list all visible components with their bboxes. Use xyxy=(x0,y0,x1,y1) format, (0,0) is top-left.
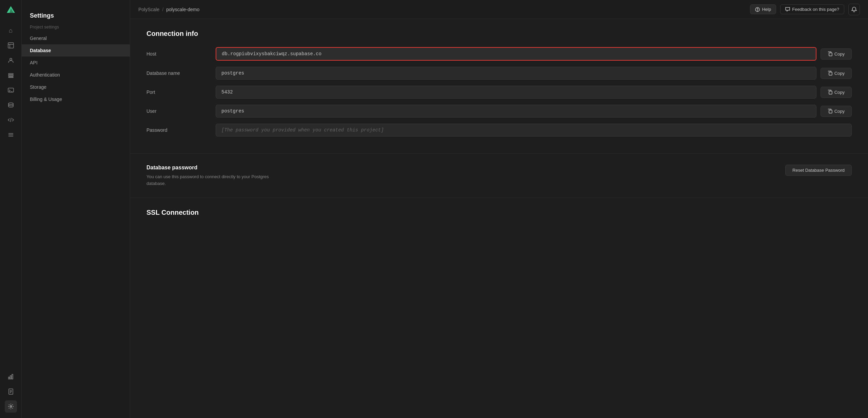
breadcrumb-parent[interactable]: PolyScale xyxy=(138,7,159,12)
database-password-section: Database password You can use this passw… xyxy=(130,154,868,198)
port-value-wrap: 5432 Copy xyxy=(216,86,852,99)
rail-icon-database[interactable] xyxy=(5,99,17,111)
database-name-label: Database name xyxy=(146,70,208,76)
copy-icon-4 xyxy=(828,109,832,113)
svg-rect-9 xyxy=(8,88,14,92)
host-input: db.rogpiubvixysbakciwqz.supabase.co xyxy=(216,47,816,61)
database-password-description: You can use this password to connect dir… xyxy=(146,173,269,187)
svg-point-5 xyxy=(10,58,12,60)
copy-icon-3 xyxy=(828,90,832,95)
host-label: Host xyxy=(146,51,208,57)
svg-point-25 xyxy=(757,11,758,11)
rail-icon-code[interactable] xyxy=(5,114,17,126)
help-circle-icon xyxy=(755,7,760,12)
rail-icon-users[interactable] xyxy=(5,54,17,66)
sidebar-item-billing[interactable]: Billing & Usage xyxy=(22,93,130,105)
ssl-connection-section: SSL Connection xyxy=(130,198,868,227)
svg-rect-16 xyxy=(8,377,9,379)
topbar: PolyScale / polyscale-demo Help Feedback… xyxy=(130,0,868,19)
rail-icon-list[interactable] xyxy=(5,129,17,141)
user-input: postgres xyxy=(216,105,816,118)
sidebar-item-storage[interactable]: Storage xyxy=(22,81,130,93)
svg-rect-27 xyxy=(829,72,832,75)
notifications-button[interactable] xyxy=(848,4,860,15)
rail-icon-terminal[interactable] xyxy=(5,84,17,96)
database-name-value-wrap: postgres Copy xyxy=(216,67,852,80)
svg-rect-7 xyxy=(8,75,13,76)
sidebar-item-api[interactable]: API xyxy=(22,57,130,69)
breadcrumb-separator: / xyxy=(162,7,163,12)
sidebar-section-label: Project settings xyxy=(22,22,130,32)
feedback-icon xyxy=(785,7,790,12)
rail-icon-docs[interactable] xyxy=(5,385,17,398)
user-value-wrap: postgres Copy xyxy=(216,105,852,118)
svg-rect-18 xyxy=(12,374,13,379)
sidebar-title: Settings xyxy=(22,8,130,22)
svg-point-23 xyxy=(10,406,12,407)
feedback-button[interactable]: Feedback on this page? xyxy=(780,4,844,14)
sidebar-item-authentication[interactable]: Authentication xyxy=(22,69,130,81)
database-name-input: postgres xyxy=(216,67,816,80)
copy-icon xyxy=(828,51,832,56)
database-password-header: Database password You can use this passw… xyxy=(146,165,852,187)
main-area: PolyScale / polyscale-demo Help Feedback… xyxy=(130,0,868,418)
user-label: User xyxy=(146,108,208,114)
copy-icon-2 xyxy=(828,71,832,76)
database-password-title: Database password xyxy=(146,165,269,171)
svg-rect-29 xyxy=(829,110,832,113)
port-copy-button[interactable]: Copy xyxy=(821,87,852,98)
password-field-row: Password [The password you provided when… xyxy=(146,124,852,137)
database-password-text: Database password You can use this passw… xyxy=(146,165,269,187)
help-button[interactable]: Help xyxy=(750,4,776,14)
user-field-row: User postgres Copy xyxy=(146,105,852,118)
connection-info-title: Connection info xyxy=(146,30,852,38)
database-name-copy-button[interactable]: Copy xyxy=(821,68,852,79)
svg-rect-8 xyxy=(8,77,13,78)
topbar-actions: Help Feedback on this page? xyxy=(750,4,860,15)
password-label: Password xyxy=(146,127,208,133)
port-input: 5432 xyxy=(216,86,816,99)
icon-rail: ⌂ xyxy=(0,0,22,418)
svg-rect-6 xyxy=(8,74,13,75)
password-input: [The password you provided when you crea… xyxy=(216,124,852,137)
database-name-field-row: Database name postgres Copy xyxy=(146,67,852,80)
sidebar: Settings Project settings General Databa… xyxy=(22,0,130,418)
password-value-wrap: [The password you provided when you crea… xyxy=(216,124,852,137)
reset-password-button[interactable]: Reset Database Password xyxy=(785,165,852,176)
user-copy-button[interactable]: Copy xyxy=(821,106,852,117)
svg-rect-17 xyxy=(10,376,11,379)
svg-line-12 xyxy=(11,118,11,122)
connection-info-section: Connection info Host db.rogpiubvixysbakc… xyxy=(130,19,868,154)
content-area: Connection info Host db.rogpiubvixysbakc… xyxy=(130,19,868,418)
ssl-connection-title: SSL Connection xyxy=(146,209,852,216)
breadcrumb-current[interactable]: polyscale-demo xyxy=(166,7,199,12)
port-label: Port xyxy=(146,89,208,95)
svg-rect-28 xyxy=(829,91,832,94)
sidebar-item-database[interactable]: Database xyxy=(22,44,130,57)
breadcrumb: PolyScale / polyscale-demo xyxy=(138,7,199,12)
rail-icon-home[interactable]: ⌂ xyxy=(5,24,17,37)
rail-icon-chart[interactable] xyxy=(5,371,17,383)
rail-icon-storage[interactable] xyxy=(5,69,17,81)
host-field-row: Host db.rogpiubvixysbakciwqz.supabase.co… xyxy=(146,47,852,61)
host-copy-button[interactable]: Copy xyxy=(821,48,852,60)
port-field-row: Port 5432 Copy xyxy=(146,86,852,99)
rail-icon-table[interactable] xyxy=(5,39,17,51)
rail-icon-settings[interactable] xyxy=(5,400,17,413)
svg-rect-26 xyxy=(829,53,832,56)
host-value-wrap: db.rogpiubvixysbakciwqz.supabase.co Copy xyxy=(216,47,852,61)
svg-point-11 xyxy=(8,103,13,105)
logo[interactable] xyxy=(6,5,16,16)
sidebar-item-general[interactable]: General xyxy=(22,32,130,44)
bell-icon xyxy=(851,7,857,12)
svg-rect-2 xyxy=(8,43,14,48)
